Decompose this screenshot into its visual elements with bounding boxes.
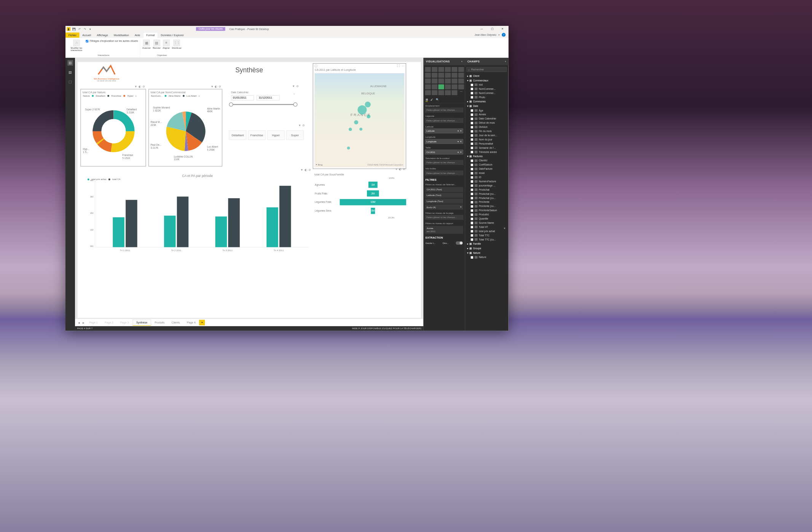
field-checkbox[interactable]	[471, 92, 473, 94]
field-checkbox[interactable]	[471, 238, 473, 241]
field-item[interactable]: ClientId	[466, 159, 507, 163]
remove-icon[interactable]: ✕	[460, 130, 462, 132]
viz-type-icon[interactable]	[425, 73, 431, 78]
qat-save-icon[interactable]: 💾	[72, 27, 76, 31]
collapse-icon[interactable]: ›	[505, 60, 506, 63]
map-body[interactable]: FRANCE ALLEMAGNE BELGIQUE ▸Bing	[314, 73, 405, 167]
field-item[interactable]: Total HT	[466, 225, 507, 229]
report-canvas[interactable]: MA Business Intelligence Le savoir est u…	[75, 58, 423, 319]
chevron-down-icon[interactable]: ▾	[458, 130, 459, 132]
chevron-down-icon[interactable]: ▾	[458, 140, 459, 143]
map-info-icon[interactable]: ⓘ	[314, 64, 317, 68]
slicer-franchise[interactable]: Franchise	[248, 131, 266, 140]
field-checkbox[interactable]	[471, 164, 473, 166]
field-checkbox[interactable]	[471, 217, 473, 220]
expand-icon[interactable]: ▸	[467, 247, 468, 250]
qat-undo-icon[interactable]: ↶	[78, 27, 81, 31]
expand-icon[interactable]: ▾	[467, 252, 468, 255]
filter-item[interactable]: Longitude (Tout)	[425, 199, 463, 204]
viz-type-icon[interactable]	[425, 90, 431, 95]
field-well[interactable]: Faites glisser ici les champs ...	[425, 108, 463, 112]
visual-barchart[interactable]: ▼◐⊘ CA et PA par période total prix acha…	[83, 173, 312, 254]
field-checkbox[interactable]	[471, 118, 473, 120]
remove-icon[interactable]: ✕	[460, 151, 462, 153]
focus-icon[interactable]: ◐	[215, 85, 217, 88]
field-checkbox[interactable]	[471, 151, 473, 153]
qat-more-icon[interactable]: ▾	[88, 27, 92, 31]
viz-type-icon[interactable]	[438, 84, 444, 89]
field-item[interactable]: CoeffSaison	[466, 163, 507, 167]
viz-type-icon[interactable]	[458, 84, 464, 89]
field-well[interactable]: Longitude▾✕	[425, 139, 463, 144]
field-checkbox[interactable]	[471, 188, 473, 191]
analytics-tab-icon[interactable]: 🔍	[436, 98, 439, 102]
field-well[interactable]: Faites glisser ici les champs ...	[425, 118, 463, 123]
keep-filters-toggle[interactable]	[456, 241, 463, 245]
viz-type-icon[interactable]	[438, 78, 444, 83]
user-chevron-icon[interactable]: ▾	[498, 33, 499, 37]
field-item[interactable]: Total TTC (co...	[466, 237, 507, 242]
page-prev[interactable]: ◂	[77, 320, 81, 324]
field-item[interactable]: PrixVenteSaison	[466, 209, 507, 213]
table-header[interactable]: ▸▦Communes	[466, 99, 507, 104]
report-view-icon[interactable]: ▥	[67, 60, 73, 65]
visual-donut-nature[interactable]: ▼◐⊘ total CA par Nature Nature Détaillan…	[80, 89, 146, 167]
clear-icon[interactable]: ⊘	[403, 167, 405, 171]
filter-icon[interactable]: ▼	[395, 167, 398, 171]
viz-type-icon[interactable]	[458, 67, 464, 72]
field-checkbox[interactable]	[471, 221, 473, 224]
field-item[interactable]: ID	[466, 175, 507, 179]
tab-affichage[interactable]: Affichage	[94, 32, 111, 38]
page-filter-well[interactable]: Faites glisser ici les champs...	[425, 215, 463, 220]
field-item[interactable]: PrixAchat (co...	[466, 192, 507, 196]
distribute-button[interactable]: ⋮⋮Distribuer	[172, 40, 182, 49]
field-item[interactable]: NumeroFacture	[466, 179, 507, 183]
viz-type-icon[interactable]	[451, 78, 457, 83]
date-from-input[interactable]	[231, 95, 254, 100]
focus-icon[interactable]: ◐	[139, 85, 141, 88]
field-checkbox[interactable]	[471, 88, 473, 90]
field-checkbox[interactable]	[471, 172, 473, 174]
field-checkbox[interactable]	[471, 130, 473, 132]
field-item[interactable]: Photo	[466, 95, 507, 99]
visual-category-slicer[interactable]: ▼⊘ Détaillant Franchise Hyper Super	[227, 128, 306, 151]
viz-type-icon[interactable]	[425, 78, 431, 83]
field-item[interactable]: Division	[466, 125, 507, 129]
field-item[interactable]: Quantite	[466, 217, 507, 221]
viz-type-icon[interactable]	[425, 67, 431, 72]
viz-type-icon[interactable]	[445, 90, 451, 95]
field-checkbox[interactable]	[471, 142, 473, 145]
field-item[interactable]: NomCommer...	[466, 87, 507, 91]
viz-type-icon[interactable]	[432, 73, 437, 78]
field-item[interactable]: NomCommer...	[466, 91, 507, 95]
tab-aide[interactable]: Aide	[132, 32, 143, 38]
page-add-button[interactable]: +	[199, 320, 205, 325]
visual-date-slicer[interactable]: ▼⊘ Date Calendrier ⌄	[227, 89, 300, 114]
field-checkbox[interactable]	[471, 159, 473, 162]
expand-icon[interactable]: ▾	[467, 105, 468, 108]
field-item[interactable]: total prix achat	[466, 229, 507, 233]
page-tab[interactable]: Produits	[152, 320, 168, 325]
tab-file[interactable]: Fichier	[65, 32, 80, 38]
viz-type-icon[interactable]	[438, 67, 444, 72]
field-checkbox[interactable]	[471, 180, 473, 183]
slicer-super[interactable]: Super	[286, 131, 304, 140]
field-checkbox[interactable]	[471, 256, 473, 259]
minimize-button[interactable]: —	[477, 26, 487, 32]
field-item[interactable]: Année	[466, 113, 507, 117]
viz-more-icon[interactable]: ⋯	[458, 90, 464, 95]
field-checkbox[interactable]	[471, 147, 473, 149]
viz-type-icon[interactable]	[425, 84, 431, 89]
page-tab[interactable]: Page 4	[183, 320, 199, 325]
viz-type-icon[interactable]	[445, 73, 451, 78]
send-backward-button[interactable]: ▧Reculer	[153, 40, 161, 49]
field-checkbox[interactable]	[471, 176, 473, 178]
page-tab[interactable]: Page 2	[101, 320, 116, 325]
expand-icon[interactable]: ▸	[467, 75, 468, 78]
viz-type-icon[interactable]	[445, 78, 451, 83]
field-item[interactable]: Personnalisé	[466, 142, 507, 146]
page-tab[interactable]: Clients	[168, 320, 183, 325]
viz-type-icon[interactable]	[432, 84, 437, 89]
page-tab-active[interactable]: Synthèse	[132, 319, 151, 325]
fields-search[interactable]: ⌕ Rechercher	[466, 67, 507, 72]
